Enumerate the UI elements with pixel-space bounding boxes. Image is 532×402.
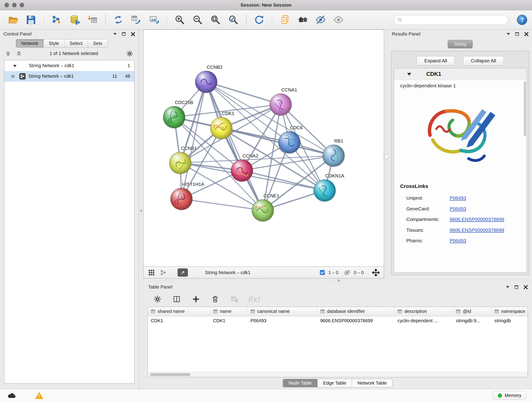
network-options-gear-icon[interactable]	[126, 50, 133, 57]
table-row[interactable]: CDK1CDK1P064939606.ENSP00000378699cyclin…	[148, 316, 528, 326]
crosslink-tissues-link[interactable]: 9606.ENSP00000378699	[450, 227, 504, 233]
pan-move-icon[interactable]	[372, 269, 380, 276]
control-panel-close-icon[interactable]	[131, 32, 135, 36]
table-settings-button[interactable]	[153, 295, 162, 304]
node-HIST1H1A[interactable]	[171, 188, 192, 210]
column-header-id[interactable]: @id	[453, 307, 491, 316]
left-panel-splitter[interactable]	[139, 30, 143, 389]
network-row[interactable]: String Network – cdk1 11 48	[4, 71, 134, 82]
node-CDC6[interactable]	[278, 131, 300, 153]
memory-button[interactable]: Memory	[493, 391, 526, 400]
node-CCNE1[interactable]	[252, 199, 274, 221]
import-network-database-button[interactable]	[66, 12, 83, 27]
refresh-view-button[interactable]	[251, 12, 267, 27]
edge-CCNB2-CCNA1[interactable]	[206, 82, 281, 104]
results-panel-float-icon[interactable]	[515, 32, 519, 36]
crosslink-genecard-link[interactable]: P06493	[450, 206, 466, 211]
string-results-tab[interactable]: String	[448, 40, 473, 48]
results-panel-close-icon[interactable]	[524, 32, 529, 36]
tab-node-table[interactable]: Node Table	[283, 379, 317, 387]
node-CDKN1A[interactable]	[314, 179, 336, 201]
edge-CDK1-RB1[interactable]	[221, 128, 334, 156]
tab-network-table[interactable]: Network Table	[352, 379, 393, 387]
network-from-table-button[interactable]	[128, 12, 144, 27]
node-RB1[interactable]	[323, 145, 345, 167]
column-header-description[interactable]: description	[394, 307, 453, 316]
gene-section-header[interactable]: CDK1	[394, 68, 526, 80]
results-scrollbar[interactable]	[524, 81, 526, 136]
zoom-selected-button[interactable]	[225, 12, 242, 27]
zoom-out-button[interactable]	[190, 12, 206, 27]
table-horizontal-scrollbar[interactable]	[148, 372, 528, 377]
zoom-in-button[interactable]	[172, 12, 188, 27]
column-header-shared-name[interactable]: shared name	[148, 307, 210, 316]
control-tab-sets[interactable]: Sets	[88, 39, 108, 48]
warnings-button[interactable]	[33, 391, 45, 400]
tab-edge-table[interactable]: Edge Table	[317, 379, 352, 387]
titlebar[interactable]: Session: New Session	[0, 0, 532, 10]
table-panel-menu-icon[interactable]	[506, 286, 509, 290]
collapse-tree-icon[interactable]	[16, 51, 22, 56]
node-CCNA1[interactable]	[270, 94, 292, 115]
control-panel-float-icon[interactable]	[122, 32, 126, 36]
home-button[interactable]	[295, 12, 311, 27]
expand-tree-icon[interactable]	[6, 51, 11, 56]
protein-structure-image	[394, 89, 526, 177]
gene-collapse-icon[interactable]	[407, 73, 411, 78]
export-image-button[interactable]	[146, 12, 162, 27]
crosslink-compartments-link[interactable]: 9606.ENSP00000378699	[450, 217, 504, 222]
edge-CCNB2-CCNE1[interactable]	[206, 82, 263, 211]
table-panel-close-icon[interactable]	[524, 285, 528, 289]
show-columns-button[interactable]	[172, 295, 181, 304]
duplicate-network-button[interactable]	[110, 12, 127, 27]
open-session-button[interactable]	[5, 12, 21, 27]
toolbar-search[interactable]	[394, 15, 508, 25]
network-canvas[interactable]: CCNB2CCNA1CDC25BCDK1CDC6RB1CCNB1CCNA2CDK…	[143, 30, 384, 267]
expand-all-button[interactable]: Expand All	[417, 56, 455, 65]
control-tab-select[interactable]: Select	[64, 39, 88, 48]
delete-column-button[interactable]	[211, 295, 220, 304]
help-button[interactable]: ?	[517, 15, 527, 25]
control-tab-network[interactable]: Network	[16, 39, 44, 48]
show-panel-button[interactable]	[330, 12, 347, 27]
table-panel-float-icon[interactable]	[515, 285, 519, 289]
collapse-all-button[interactable]: Collapse All	[463, 56, 504, 65]
maximize-window-button[interactable]	[20, 3, 24, 7]
save-session-button[interactable]	[23, 12, 39, 27]
selected-nodes-checkbox-icon[interactable]	[320, 270, 325, 275]
results-panel-menu-icon[interactable]	[507, 33, 510, 37]
crosslink-pharos-link[interactable]: P06493	[450, 238, 466, 243]
column-header-name[interactable]: name	[210, 307, 247, 316]
column-header-namespace[interactable]: namespace	[491, 307, 528, 316]
control-tab-style[interactable]: Style	[44, 39, 64, 48]
share-network-icon[interactable]	[159, 269, 167, 276]
column-header-canonical-name[interactable]: canonical name	[247, 307, 317, 316]
node-CDK1[interactable]	[210, 117, 232, 139]
edge-HIST1H1A-CCNE1[interactable]	[181, 199, 263, 211]
control-panel-menu-icon[interactable]	[114, 33, 117, 37]
node-CCNB2[interactable]	[195, 71, 217, 93]
grid-view-icon[interactable]	[148, 269, 155, 276]
scrollbar-thumb[interactable]	[150, 373, 191, 376]
results-panel-splitter[interactable]	[384, 30, 389, 279]
add-column-button[interactable]	[191, 295, 201, 304]
node-CCNB1[interactable]	[169, 152, 191, 174]
session-details-button[interactable]	[277, 12, 293, 27]
minimize-window-button[interactable]	[12, 3, 17, 7]
node-CDC25B[interactable]	[163, 106, 185, 128]
crosslink-uniprot-link[interactable]: P06493	[450, 195, 466, 201]
import-network-file-button[interactable]	[49, 12, 65, 27]
hide-panel-button[interactable]	[312, 12, 329, 27]
column-header-database-identifier[interactable]: database identifier	[317, 307, 394, 316]
edge-CCNB2-HIST1H1A[interactable]	[181, 82, 206, 199]
collection-expand-icon[interactable]	[13, 65, 17, 69]
close-window-button[interactable]	[5, 3, 9, 7]
network-collection-row[interactable]: String Network – cdk1 1	[4, 60, 134, 71]
birdseye-view-button[interactable]	[177, 268, 188, 277]
zoom-fit-button[interactable]	[207, 12, 224, 27]
search-input[interactable]	[404, 17, 504, 22]
table-panel-splitter[interactable]	[143, 279, 532, 283]
import-table-button[interactable]	[84, 12, 101, 27]
node-CCNA2[interactable]	[231, 160, 253, 182]
cloud-status-button[interactable]	[6, 391, 18, 400]
